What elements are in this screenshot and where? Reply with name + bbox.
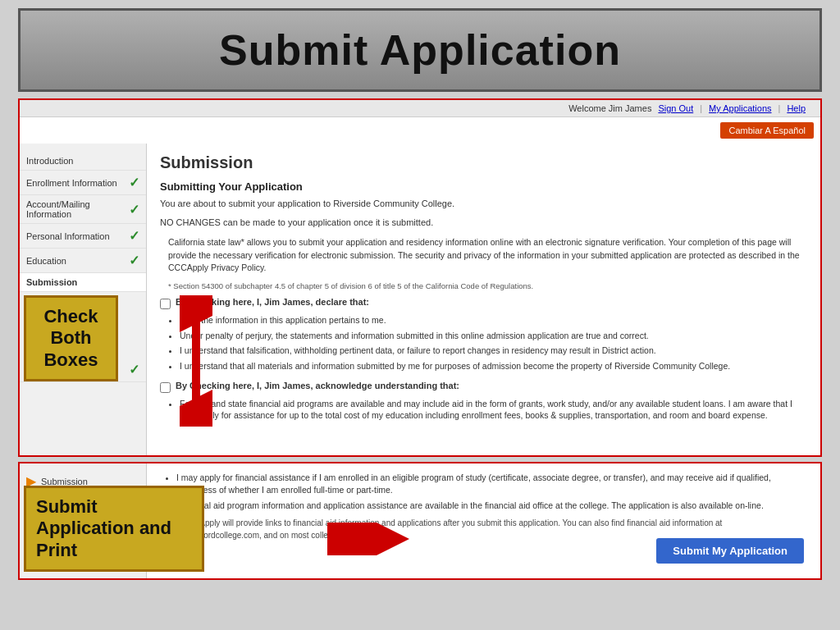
check-icon-account: ✓ [129,202,139,217]
top-browser-frame: Welcome Jim James Sign Out | My Applicat… [18,98,822,457]
sidebar: Introduction Enrollment Information ✓ Ac… [20,144,147,455]
bullet-1-4: I understand that all materials and info… [180,360,807,372]
sidebar-item-enrollment[interactable]: Enrollment Information ✓ [20,171,146,195]
bullet-1-1: All of the information in this applicati… [180,314,807,326]
help-link[interactable]: Help [787,103,806,113]
sidebar-label-introduction: Introduction [26,156,73,166]
submit-application-print-label: Submit Application and Print [24,486,204,572]
check-icon-education: ✓ [129,253,139,268]
my-applications-link[interactable]: My Applications [709,103,771,113]
checkbox-2-bullets: Federal and state financial aid programs… [180,398,807,422]
ca-law-text: California state law* allows you to subm… [160,236,807,275]
bullet-1-3: I understand that falsification, withhol… [180,345,807,357]
check-both-boxes-label: Check Both Boxes [24,295,118,381]
bottom-bullet-1: I may apply for financial assistance if … [176,472,807,495]
submitting-subheading: Submitting Your Application [160,180,807,193]
section-ref-text: * Section 54300 of subchapter 4.5 of cha… [160,281,807,290]
checkbox-2[interactable] [160,382,171,393]
sidebar-item-submission[interactable]: Submission [20,273,146,292]
top-nav: Welcome Jim James Sign Out | My Applicat… [20,100,820,117]
sidebar-label-account: Account/Mailing Information [26,199,129,219]
bottom-content-area: ▶ Submission I may apply for financial a… [20,463,820,578]
bullet-2-1: Federal and state financial aid programs… [180,398,807,422]
sidebar-item-education[interactable]: Education ✓ [20,249,146,273]
welcome-text: Welcome Jim James [568,103,651,113]
red-horizontal-arrow [327,523,409,555]
checkbox-row-2: By Checking here, I, Jim James, acknowle… [160,381,807,393]
submit-info-2: NO CHANGES can be made to your applicati… [160,217,807,229]
submission-heading: Submission [160,153,807,172]
bottom-sidebar-label: Submission [41,477,88,486]
checkbox-1-bullets: All of the information in this applicati… [180,314,807,372]
bottom-bullet-2: Financial aid program information and ap… [176,500,807,512]
checkbox-section-2: By Checking here, I, Jim James, acknowle… [160,381,807,422]
sidebar-label-submission: Submission [26,277,77,287]
cambiar-row: Cambiar A Español [20,117,820,144]
cambiar-button[interactable]: Cambiar A Español [720,122,814,139]
submit-button-wrapper: Submit My Application [656,538,804,564]
title-section: Submit Application [18,8,822,92]
sidebar-item-introduction[interactable]: Introduction [20,152,146,171]
main-content-area: Submission Submitting Your Application Y… [147,144,820,455]
sidebar-label-personal: Personal Information [26,231,110,241]
sidebar-label-education: Education [26,256,66,266]
red-vertical-arrow [180,295,212,427]
page-title: Submit Application [37,25,803,75]
submit-info-1: You are about to submit your application… [160,198,807,210]
content-area: Introduction Enrollment Information ✓ Ac… [20,144,820,455]
bottom-browser-frame: ▶ Submission I may apply for financial a… [18,462,822,580]
sidebar-label-enrollment: Enrollment Information [26,178,117,188]
checkbox-1[interactable] [160,299,171,309]
check-icon-review: ✓ [129,362,139,377]
sidebar-item-personal[interactable]: Personal Information ✓ [20,224,146,249]
submit-my-application-button[interactable]: Submit My Application [656,538,804,564]
checkbox-2-label: By Checking here, I, Jim James, acknowle… [176,381,459,390]
sidebar-item-account[interactable]: Account/Mailing Information ✓ [20,195,146,224]
check-icon-personal: ✓ [129,228,139,244]
sign-out-link[interactable]: Sign Out [658,103,693,113]
bottom-bullets: I may apply for financial assistance if … [176,472,807,512]
check-icon-enrollment: ✓ [129,175,139,190]
checkbox-section-1: By Checking here, I, Jim James, declare … [160,297,807,372]
checkbox-row-1: By Checking here, I, Jim James, declare … [160,297,807,309]
bullet-1-2: Under penalty of perjury, the statements… [180,330,807,342]
